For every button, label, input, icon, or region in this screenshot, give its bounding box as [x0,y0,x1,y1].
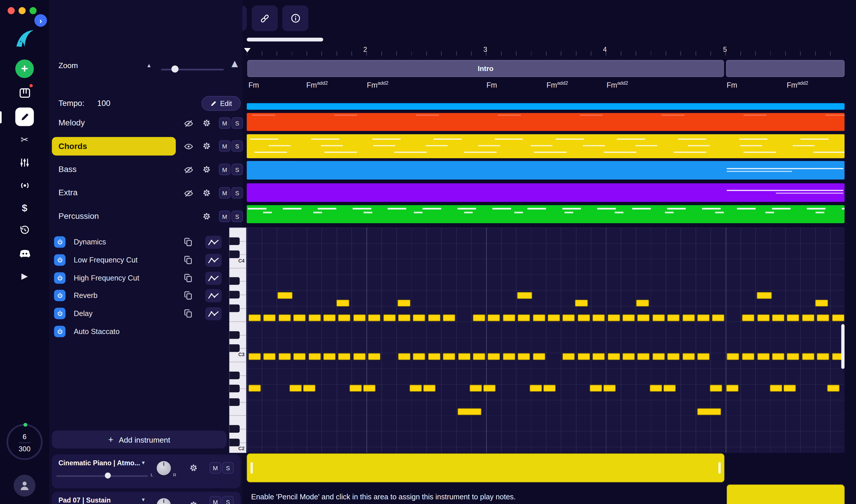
midi-note[interactable] [637,314,650,321]
sidebar-item-discord[interactable] [18,247,31,260]
midi-note[interactable] [592,353,605,360]
midi-note[interactable] [663,385,676,392]
lane-percussion[interactable] [247,205,845,223]
pan-knob[interactable] [157,498,171,504]
section-intro[interactable]: Intro [247,60,724,77]
midi-note[interactable] [457,408,482,415]
piano-key-black[interactable] [229,385,240,392]
midi-note[interactable] [575,300,588,306]
visibility-off-icon[interactable] [184,119,193,128]
sidebar-item-cut[interactable]: ✂ [18,133,31,146]
clip-right-handle[interactable] [719,462,721,473]
midi-note[interactable] [487,314,500,321]
midi-note[interactable] [443,353,455,360]
instrument-settings-icon[interactable] [190,501,198,504]
piano-key-black[interactable] [229,251,240,258]
midi-note[interactable] [533,314,545,321]
midi-note[interactable] [383,314,396,321]
midi-note[interactable] [832,314,845,321]
zoom-out-icon[interactable]: ▲ [146,63,152,68]
copy-icon[interactable] [184,255,192,265]
info-button[interactable] [282,5,308,31]
midi-note[interactable] [353,353,366,360]
track-row-melody[interactable]: Melody M S [52,114,241,133]
midi-note[interactable] [428,353,440,360]
midi-note[interactable] [487,353,500,360]
copy-icon[interactable] [184,309,192,318]
track-row-percussion[interactable]: Percussion M S [52,208,241,226]
solo-button[interactable]: S [231,140,243,151]
chord-label[interactable]: Fm [487,80,497,89]
midi-note[interactable] [530,385,542,392]
midi-note[interactable] [323,353,336,360]
midi-note[interactable] [710,385,722,392]
midi-note[interactable] [413,314,425,321]
mute-button[interactable]: M [219,164,230,175]
zoom-in-icon[interactable]: ▲ [229,58,240,69]
visibility-off-icon[interactable] [184,165,193,175]
midi-note[interactable] [712,314,724,321]
midi-note[interactable] [473,314,485,321]
window-close-button[interactable] [7,7,15,14]
piano-key-black[interactable] [229,331,240,339]
mute-button[interactable]: M [210,462,221,473]
midi-note[interactable] [697,408,721,415]
power-toggle[interactable] [54,290,66,301]
track-name[interactable]: Melody [58,118,85,127]
midi-note[interactable] [787,353,799,360]
midi-note[interactable] [290,385,302,392]
midi-note[interactable] [458,353,471,360]
mute-button[interactable]: M [210,496,221,504]
midi-note[interactable] [787,314,799,321]
piano-roll[interactable] [247,228,845,453]
copy-icon[interactable] [184,237,192,247]
midi-note[interactable] [248,353,261,360]
tempo-edit-button[interactable]: Edit [202,96,241,111]
automation-button[interactable] [205,272,222,285]
copy-icon[interactable] [184,291,192,300]
midi-note[interactable] [757,292,772,299]
visibility-off-icon[interactable] [184,189,193,198]
track-settings-icon[interactable] [203,189,211,197]
instrument-name[interactable]: Cinematic Piano | Atmo... [58,460,140,467]
sidebar-item-billing[interactable]: $ [18,201,31,214]
chord-label[interactable]: Fmadd2 [607,80,628,89]
piano-key-black[interactable] [229,438,240,446]
automation-button[interactable] [205,254,222,267]
midi-note[interactable] [248,385,261,392]
vertical-scrollbar[interactable] [841,324,844,369]
midi-note[interactable] [817,353,829,360]
midi-note[interactable] [483,385,495,392]
mute-button[interactable]: M [219,117,230,129]
solo-button[interactable]: S [231,187,243,198]
midi-note[interactable] [608,314,620,321]
copy-icon[interactable] [184,273,192,283]
instrument-settings-icon[interactable] [190,464,198,472]
midi-note[interactable] [428,314,440,321]
instrument-name[interactable]: Pad 07 | Sustain [58,497,111,504]
volume-slider-handle[interactable] [105,472,111,479]
midi-note[interactable] [623,353,635,360]
midi-note[interactable] [336,300,349,306]
midi-note[interactable] [742,353,754,360]
visibility-on-icon[interactable] [184,142,193,151]
user-avatar[interactable] [14,474,36,497]
midi-note[interactable] [603,385,616,392]
midi-note[interactable] [636,300,649,306]
midi-note[interactable] [473,353,485,360]
midi-note[interactable] [682,353,695,360]
sidebar-item-play[interactable]: ▶ [18,269,31,283]
track-row-extra[interactable]: Extra M S [52,184,241,202]
window-zoom-button[interactable] [30,7,36,14]
track-row-chords[interactable]: Chords M S [52,137,241,156]
midi-note[interactable] [303,385,316,392]
midi-note[interactable] [518,353,530,360]
track-row-bass[interactable]: Bass M S [52,160,241,179]
automation-button[interactable] [205,236,222,249]
midi-note[interactable] [423,385,436,392]
power-toggle[interactable] [54,308,66,319]
midi-note[interactable] [562,353,575,360]
midi-note[interactable] [623,314,635,321]
midi-note[interactable] [293,353,306,360]
midi-note[interactable] [398,353,410,360]
